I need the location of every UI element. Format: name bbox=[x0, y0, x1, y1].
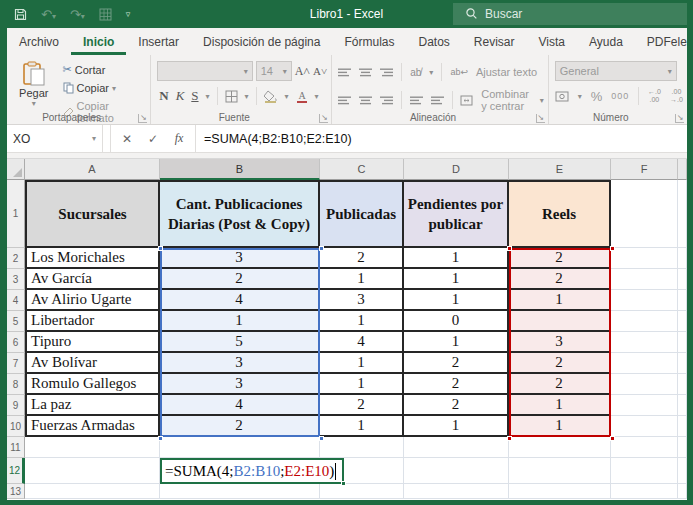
ribbon-tab-revisar[interactable]: Revisar bbox=[462, 30, 527, 55]
column-header-A[interactable]: A bbox=[25, 159, 160, 180]
cell-F10[interactable] bbox=[611, 416, 678, 437]
cell-E8[interactable]: 2 bbox=[509, 374, 611, 395]
cell-A2[interactable]: Los Morichales bbox=[25, 248, 160, 269]
increase-decimal-button[interactable]: ←.0 .00 bbox=[648, 88, 661, 103]
alignment-dialog-launcher-icon[interactable]: ↘ bbox=[536, 114, 545, 123]
cell-C3[interactable]: 1 bbox=[320, 269, 404, 290]
cell-C10[interactable]: 1 bbox=[320, 416, 404, 437]
cell-E3[interactable]: 2 bbox=[509, 269, 611, 290]
cell-C8[interactable]: 1 bbox=[320, 374, 404, 395]
cell-G10[interactable] bbox=[678, 416, 687, 437]
copy-button[interactable]: Copiar ▾ bbox=[61, 81, 147, 95]
cell-C7[interactable]: 1 bbox=[320, 353, 404, 374]
cell-B7[interactable]: 3 bbox=[160, 353, 320, 374]
cell-G5[interactable] bbox=[678, 311, 687, 332]
cell-G8[interactable] bbox=[678, 374, 687, 395]
shrink-font-button[interactable]: A˅ bbox=[313, 65, 327, 77]
formula-bar-splitter[interactable] bbox=[103, 125, 111, 152]
cell-D6[interactable]: 1 bbox=[404, 332, 509, 353]
font-color-caret-icon[interactable]: ▾ bbox=[315, 92, 319, 101]
cell-D9[interactable]: 2 bbox=[404, 395, 509, 416]
cell-B5[interactable]: 1 bbox=[160, 311, 320, 332]
cell-E4[interactable]: 1 bbox=[509, 290, 611, 311]
cell-D7[interactable]: 2 bbox=[404, 353, 509, 374]
cell-F5[interactable] bbox=[611, 311, 678, 332]
cell-C1[interactable]: Publicadas bbox=[320, 180, 404, 248]
align-left-button[interactable] bbox=[338, 95, 351, 105]
align-top-button[interactable] bbox=[338, 67, 351, 77]
cell-D11[interactable] bbox=[404, 437, 509, 458]
cell-G4[interactable] bbox=[678, 290, 687, 311]
font-name-dropdown[interactable]: ▾ bbox=[157, 61, 252, 81]
row-header-2[interactable]: 2 bbox=[7, 248, 25, 269]
cell-B10[interactable]: 2 bbox=[160, 416, 320, 437]
cell-G3[interactable] bbox=[678, 269, 687, 290]
cell-C13[interactable] bbox=[320, 484, 404, 499]
row-header-9[interactable]: 9 bbox=[7, 395, 25, 416]
ribbon-tab-vista[interactable]: Vista bbox=[527, 30, 577, 55]
accounting-caret-icon[interactable]: ▾ bbox=[578, 92, 582, 101]
number-format-dropdown[interactable]: General▾ bbox=[555, 61, 677, 81]
cut-button[interactable]: ✂ Cortar bbox=[61, 62, 147, 77]
cell-C6[interactable]: 4 bbox=[320, 332, 404, 353]
underline-button[interactable]: S bbox=[191, 88, 198, 104]
wrap-text-button[interactable]: Ajustar texto bbox=[476, 66, 537, 78]
cell-F11[interactable] bbox=[611, 437, 678, 458]
clipboard-dialog-launcher-icon[interactable]: ↘ bbox=[138, 114, 147, 123]
cell-F6[interactable] bbox=[611, 332, 678, 353]
cell-B3[interactable]: 2 bbox=[160, 269, 320, 290]
cell-E9[interactable]: 1 bbox=[509, 395, 611, 416]
select-all-corner[interactable] bbox=[7, 159, 25, 180]
cell-B8[interactable]: 3 bbox=[160, 374, 320, 395]
row-header-13[interactable]: 13 bbox=[7, 484, 25, 499]
cell-F3[interactable] bbox=[611, 269, 678, 290]
cell-F12[interactable] bbox=[611, 458, 678, 484]
cell-B2[interactable]: 3 bbox=[160, 248, 320, 269]
insert-function-icon[interactable]: fx bbox=[167, 131, 191, 146]
cell-E10[interactable]: 1 bbox=[509, 416, 611, 437]
cell-C11[interactable] bbox=[320, 437, 404, 458]
row-header-11[interactable]: 11 bbox=[7, 437, 25, 458]
row-header-8[interactable]: 8 bbox=[7, 374, 25, 395]
cell-D5[interactable]: 0 bbox=[404, 311, 509, 332]
cell-G7[interactable] bbox=[678, 353, 687, 374]
cell-A3[interactable]: Av García bbox=[25, 269, 160, 290]
cell-D2[interactable]: 1 bbox=[404, 248, 509, 269]
cell-F9[interactable] bbox=[611, 395, 678, 416]
cell-D3[interactable]: 1 bbox=[404, 269, 509, 290]
decrease-indent-button[interactable] bbox=[410, 95, 423, 105]
align-bottom-button[interactable] bbox=[380, 67, 393, 77]
column-header-F[interactable]: F bbox=[611, 159, 678, 180]
ribbon-tab-insertar[interactable]: Insertar bbox=[126, 30, 191, 55]
row-header-6[interactable]: 6 bbox=[7, 332, 25, 353]
cell-A12[interactable] bbox=[25, 458, 160, 484]
cell-B4[interactable]: 4 bbox=[160, 290, 320, 311]
borders-caret-icon[interactable]: ▾ bbox=[245, 92, 249, 101]
cell-C5[interactable]: 1 bbox=[320, 311, 404, 332]
cell-D1[interactable]: Pendientes por publicar bbox=[404, 180, 509, 248]
cell-A1[interactable]: Sucursales bbox=[25, 180, 160, 248]
grow-font-button[interactable]: A˄ bbox=[295, 64, 310, 79]
cell-A6[interactable]: Tipuro bbox=[25, 332, 160, 353]
table-icon[interactable] bbox=[99, 8, 112, 21]
cell-G13[interactable] bbox=[678, 484, 687, 499]
cell-G9[interactable] bbox=[678, 395, 687, 416]
cell-A13[interactable] bbox=[25, 484, 160, 499]
cell-D12[interactable] bbox=[404, 458, 509, 484]
merge-center-caret-icon[interactable]: ▾ bbox=[540, 96, 544, 105]
ribbon-tab-pdfelement[interactable]: PDFelement bbox=[635, 30, 687, 55]
name-box[interactable]: XO ▾ bbox=[7, 125, 103, 152]
fill-color-button[interactable] bbox=[264, 90, 278, 103]
ribbon-tab-inicio[interactable]: Inicio bbox=[71, 30, 126, 55]
ribbon-tab-f-rmulas[interactable]: Fórmulas bbox=[332, 30, 406, 55]
cell-B9[interactable]: 4 bbox=[160, 395, 320, 416]
save-icon[interactable] bbox=[14, 8, 27, 21]
cell-F8[interactable] bbox=[611, 374, 678, 395]
column-header-E[interactable]: E bbox=[509, 159, 611, 180]
cancel-entry-icon[interactable]: ✕ bbox=[115, 132, 139, 146]
italic-button[interactable]: K bbox=[176, 88, 185, 104]
ribbon-tab-ayuda[interactable]: Ayuda bbox=[577, 30, 635, 55]
cell-B6[interactable]: 5 bbox=[160, 332, 320, 353]
increase-indent-button[interactable] bbox=[431, 95, 444, 105]
cell-E2[interactable]: 2 bbox=[509, 248, 611, 269]
